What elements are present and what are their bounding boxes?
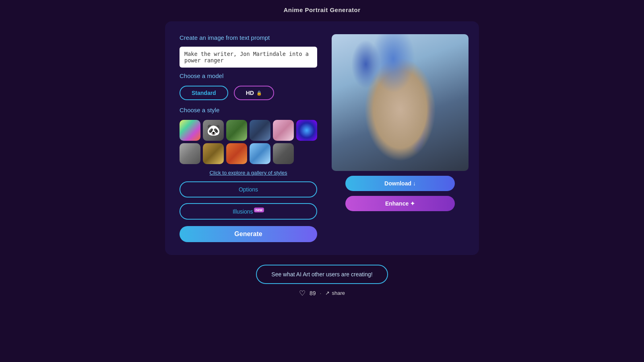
style-thumb-8[interactable] (203, 143, 224, 164)
style-thumb-11[interactable] (273, 143, 294, 164)
illusions-button[interactable]: Illusionsnew (180, 203, 317, 220)
enhance-button[interactable]: Enhance ✦ (345, 196, 455, 211)
prompt-input[interactable]: Make the writer, Jon Martindale into a p… (180, 47, 317, 68)
new-badge: new (254, 208, 264, 212)
model-hd-button[interactable]: HD 🔒 (234, 86, 274, 100)
right-panel: Download ↓ Enhance ✦ (332, 34, 469, 242)
style-label: Choose a style (180, 107, 317, 113)
panda-icon: 🐼 (206, 125, 221, 136)
dot-separator: · (320, 290, 322, 296)
create-label: Create an image from text prompt (180, 34, 317, 41)
like-count: 89 (310, 290, 316, 296)
hd-label: HD (246, 90, 254, 96)
share-label: share (332, 290, 345, 296)
options-button[interactable]: Options (180, 181, 317, 197)
style-thumb-3[interactable] (226, 120, 247, 141)
generated-image (332, 34, 469, 171)
social-row: ♡ 89 · ↗ share (299, 289, 345, 298)
illusions-label: Illusions (233, 208, 253, 215)
style-thumb-6[interactable] (296, 120, 317, 141)
page-wrapper: Create an image from text prompt Make th… (0, 17, 644, 298)
share-icon: ↗ (325, 290, 330, 296)
left-panel: Create an image from text prompt Make th… (180, 34, 317, 242)
style-thumb-4[interactable] (250, 120, 270, 141)
see-art-button[interactable]: See what AI Art other users are creating… (256, 265, 388, 284)
style-thumb-9[interactable] (226, 143, 247, 164)
like-button[interactable]: ♡ (299, 289, 305, 298)
style-thumb-2[interactable]: 🐼 (203, 120, 224, 141)
style-thumb-1[interactable] (180, 120, 200, 141)
share-button[interactable]: ↗ share (325, 290, 345, 296)
generate-button[interactable]: Generate (180, 226, 317, 242)
style-thumb-5[interactable] (273, 120, 294, 141)
model-row: Standard HD 🔒 (180, 86, 317, 100)
download-button[interactable]: Download ↓ (345, 176, 455, 191)
model-label: Choose a model (180, 72, 317, 79)
explore-gallery-link[interactable]: Click to explore a gallery of styles (180, 170, 317, 176)
model-standard-button[interactable]: Standard (180, 86, 228, 100)
style-thumb-7[interactable] (180, 143, 200, 164)
portrait-art (332, 34, 469, 171)
style-grid: 🐼 (180, 120, 317, 164)
main-card: Create an image from text prompt Make th… (165, 21, 479, 255)
app-title: Anime Portrait Generator (283, 6, 360, 13)
lock-icon: 🔒 (256, 90, 262, 96)
style-thumb-10[interactable] (250, 143, 270, 164)
